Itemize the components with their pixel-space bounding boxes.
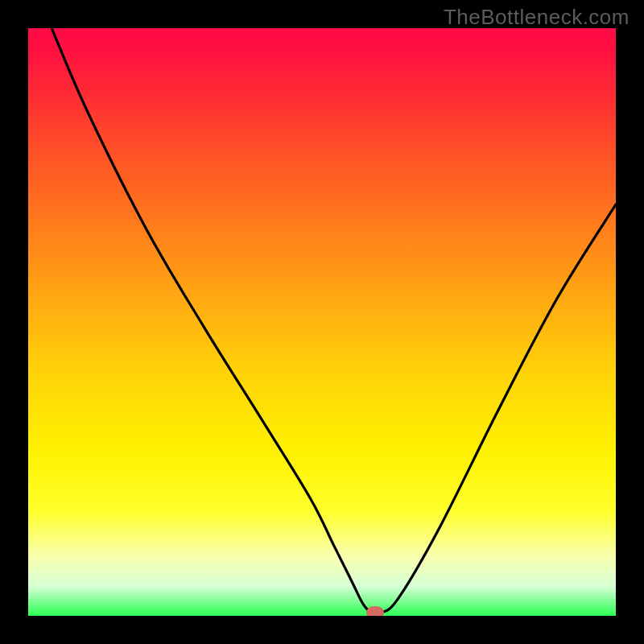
bottleneck-curve <box>52 28 616 614</box>
optimum-marker <box>366 606 384 616</box>
watermark-text: TheBottleneck.com <box>444 5 630 30</box>
chart-frame: TheBottleneck.com <box>0 0 644 644</box>
curve-layer <box>28 28 616 616</box>
plot-area <box>28 28 616 616</box>
